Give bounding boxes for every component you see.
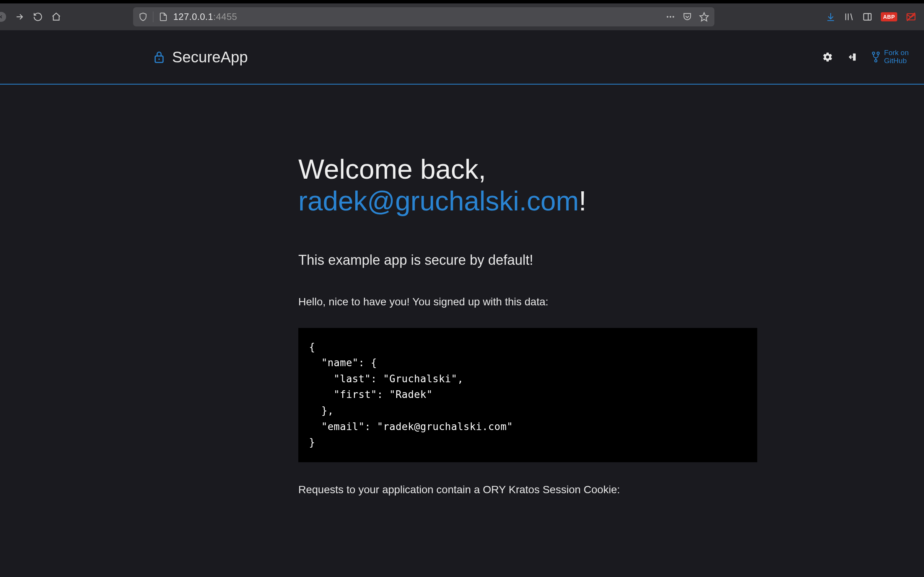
- address-bar[interactable]: 127.0.0.1:4455: [133, 7, 714, 26]
- app-title: SecureApp: [172, 49, 248, 66]
- tagline: This example app is secure by default!: [298, 252, 771, 268]
- intro-text: Hello, nice to have you! You signed up w…: [298, 296, 771, 308]
- svg-point-19: [875, 60, 877, 62]
- svg-point-2: [670, 16, 671, 18]
- welcome-prefix: Welcome back,: [298, 154, 486, 184]
- welcome-suffix: !: [579, 186, 586, 216]
- svg-point-17: [872, 52, 875, 54]
- adblock-badge[interactable]: ABP: [881, 12, 897, 21]
- signup-data-codeblock: { "name": { "last": "Gruchalski", "first…: [298, 328, 757, 462]
- forward-button[interactable]: [15, 12, 24, 22]
- svg-point-1: [667, 16, 668, 18]
- nav-controls: [0, 12, 61, 22]
- welcome-email[interactable]: radek@gruchalski.com: [298, 186, 579, 216]
- home-button[interactable]: [51, 12, 61, 22]
- bookmark-star-icon[interactable]: [699, 12, 709, 22]
- header-actions: Fork on GitHub: [822, 49, 909, 65]
- fork-text: Fork on GitHub: [884, 49, 909, 65]
- shield-icon[interactable]: [138, 12, 148, 21]
- browser-toolbar: 127.0.0.1:4455 ABP: [0, 3, 924, 30]
- svg-point-3: [672, 16, 674, 18]
- pocket-icon[interactable]: [682, 12, 692, 22]
- address-host: 127.0.0.1: [173, 11, 213, 22]
- address-text: 127.0.0.1:4455: [173, 11, 237, 22]
- logout-icon[interactable]: [847, 52, 857, 62]
- address-separator: [153, 11, 153, 22]
- welcome-heading: Welcome back, radek@gruchalski.com!: [298, 153, 771, 217]
- address-right-icons: [665, 12, 709, 22]
- address-security-icons: [138, 11, 168, 22]
- window-top-strip: [0, 0, 924, 3]
- after-code-text: Requests to your application contain a O…: [298, 484, 771, 496]
- reload-button[interactable]: [33, 12, 43, 22]
- svg-rect-10: [864, 13, 871, 20]
- fork-github-link[interactable]: Fork on GitHub: [871, 49, 909, 65]
- fork-line1: Fork on: [884, 49, 909, 57]
- toolbar-right: ABP: [826, 11, 919, 22]
- fork-line2: GitHub: [884, 57, 909, 65]
- settings-icon[interactable]: [822, 52, 833, 62]
- lock-icon: [153, 50, 165, 64]
- main-content: Welcome back, radek@gruchalski.com! This…: [0, 85, 924, 496]
- app-brand[interactable]: SecureApp: [153, 49, 248, 66]
- app-header: SecureApp Fork on GitHub: [0, 30, 924, 85]
- svg-point-18: [877, 52, 879, 54]
- sidebar-icon[interactable]: [862, 12, 872, 22]
- page: SecureApp Fork on GitHub Welcome back, r…: [0, 30, 924, 496]
- back-button[interactable]: [0, 12, 6, 22]
- mail-extension-icon[interactable]: [906, 11, 916, 22]
- page-icon[interactable]: [159, 12, 168, 21]
- library-icon[interactable]: [844, 12, 854, 22]
- svg-marker-4: [700, 13, 708, 21]
- downloads-icon[interactable]: [826, 12, 836, 22]
- svg-line-9: [851, 13, 852, 20]
- address-port: :4455: [213, 11, 238, 22]
- more-icon[interactable]: [665, 12, 675, 22]
